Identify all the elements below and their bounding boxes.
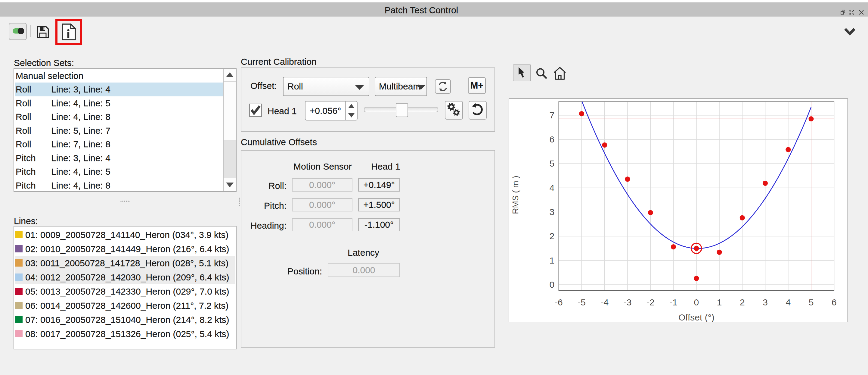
svg-text:3: 3	[763, 297, 768, 307]
svg-text:-2: -2	[647, 297, 655, 307]
svg-text:-6: -6	[555, 297, 563, 307]
svg-text:0: 0	[694, 297, 699, 307]
svg-text:0: 0	[550, 280, 555, 289]
svg-text:-4: -4	[600, 297, 609, 307]
svg-text:-5: -5	[578, 297, 586, 307]
svg-text:RMS ( m ): RMS ( m )	[511, 176, 520, 214]
svg-text:3: 3	[550, 207, 555, 217]
svg-text:Offset (°): Offset (°)	[678, 312, 714, 322]
svg-text:-1: -1	[669, 297, 678, 307]
svg-text:2: 2	[740, 297, 745, 307]
svg-text:1: 1	[717, 297, 722, 307]
svg-text:-3: -3	[624, 297, 632, 307]
svg-text:1: 1	[550, 255, 555, 265]
svg-text:4: 4	[550, 183, 555, 193]
svg-text:5: 5	[550, 158, 555, 168]
svg-text:6: 6	[550, 134, 555, 144]
svg-text:6: 6	[832, 297, 837, 307]
svg-text:4: 4	[785, 297, 790, 307]
svg-text:2: 2	[550, 231, 555, 241]
svg-text:7: 7	[550, 110, 555, 120]
svg-text:5: 5	[809, 297, 814, 307]
